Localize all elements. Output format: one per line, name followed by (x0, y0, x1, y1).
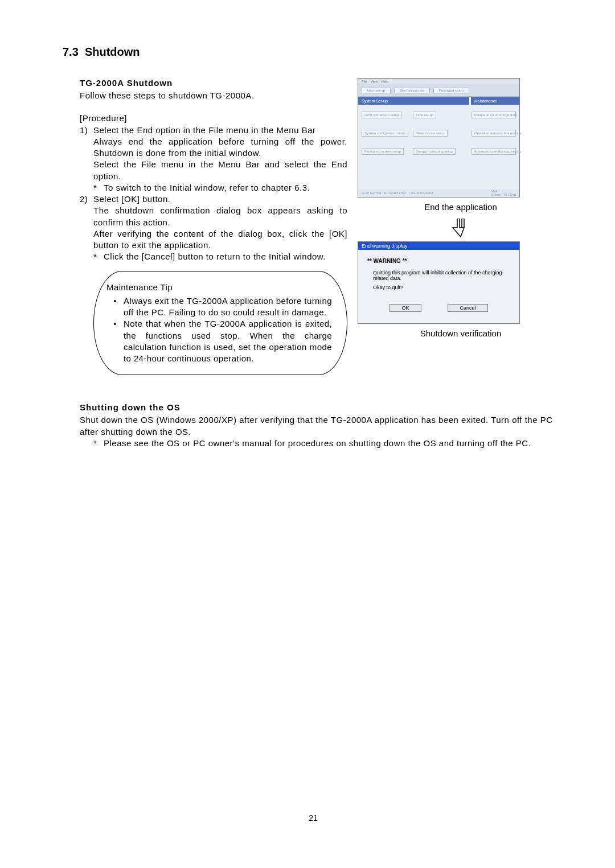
down-arrow-icon (358, 219, 564, 238)
step1-body-b: Select the File menu in the Menu Bar and… (93, 159, 347, 182)
os-note: Please see the OS or PC owner's manual f… (104, 438, 564, 449)
step2-body-a: The shutdown confirmation dialog box app… (93, 205, 347, 228)
dialog-titlebar: End warning display (358, 242, 519, 250)
tip-item-2: Note that when the TG-2000A application … (124, 318, 332, 364)
step1-number: 1) (80, 125, 93, 136)
cell-time[interactable]: Time set-up (413, 112, 436, 118)
step2-number: 2) (80, 194, 93, 205)
cancel-button[interactable]: Cancel (448, 304, 487, 312)
cell-maint3[interactable]: Advanced operation log setting (472, 148, 516, 155)
page-number: 21 (63, 813, 564, 822)
tg-shutdown-heading: TG-2000A Shutdown (80, 78, 347, 88)
bullet-icon: • (106, 295, 124, 319)
os-line1: Shut down the OS (Windows 2000/XP) after… (80, 414, 564, 438)
step2-note: Click the [Cancel] button to return to t… (104, 251, 347, 262)
cell-sysconfig[interactable]: System configuration setup (362, 130, 408, 137)
status-hint: Select File | End (491, 193, 516, 196)
status-whm: No WHM error (384, 191, 406, 195)
section-number: 7.3 (63, 46, 79, 58)
step2-title: Select [OK] button. (93, 194, 347, 205)
figure2-caption: Shutdown verification (358, 328, 564, 338)
step2-note-star: * (93, 251, 104, 262)
cell-energy[interactable]: Energy monitoring setup (413, 148, 456, 155)
dialog-warning: ** WARNING ** (367, 258, 510, 264)
figure-shutdown-dialog: End warning display ** WARNING ** Quitti… (358, 241, 520, 324)
btn-user-setup[interactable]: User set-up (362, 88, 391, 93)
tip-title: Maintenance Tip (106, 282, 332, 293)
os-heading: Shutting down the OS (80, 402, 564, 412)
btn-password-setup[interactable]: Password setup (433, 88, 469, 93)
procedure-label: [Procedure] (80, 113, 347, 124)
tip-item-1: Always exit the TG-2000A application bef… (124, 295, 332, 319)
menu-view[interactable]: View (371, 80, 378, 83)
step1-note: To switch to the Initial window, refer t… (104, 182, 347, 194)
menu-help[interactable]: Help (382, 80, 388, 83)
section-header-left: System Set-up (358, 97, 469, 105)
step1-body-a: Always end the application before turnin… (93, 136, 347, 159)
section-name: Shutdown (85, 46, 140, 58)
section-header-right: Maintenance (471, 97, 519, 105)
maintenance-tip-box: Maintenance Tip •Always exit the TG-2000… (93, 271, 347, 376)
step2-body-b: After verifying the content of the dialo… (93, 228, 347, 252)
cell-meter[interactable]: Meter / costs setup (413, 130, 448, 137)
status-whm2: | WHM Installed (409, 191, 433, 195)
step1-note-star: * (93, 182, 104, 194)
section-title: 7.3 Shutdown (63, 46, 564, 59)
dialog-msg1: Quitting this program will inhibit colle… (373, 270, 510, 281)
cell-maint2[interactable]: Operation amount data monitor (472, 130, 516, 137)
cell-maint1[interactable]: Maintenance or charge data (472, 112, 516, 118)
bullet-icon: • (106, 318, 124, 364)
menu-file[interactable]: File (362, 80, 367, 83)
cell-g50[interactable]: G-50 connection setup (362, 112, 401, 118)
tg-intro: Follow these steps to shutdown TG-2000A. (80, 90, 347, 101)
figure-initial-window: File View Help User set-up Site forecast… (358, 78, 520, 198)
ok-button[interactable]: OK (390, 304, 421, 312)
btn-site-forecast[interactable]: Site forecast set (394, 88, 430, 93)
os-note-star: * (93, 438, 104, 449)
dialog-msg2: Okay to quit? (373, 285, 510, 290)
figure1-caption: End the application (358, 202, 564, 212)
cell-monitor[interactable]: Monitoring screen setup (362, 148, 404, 155)
status-g50: G-50 Normal (362, 191, 381, 195)
step1-title: Select the End option in the File menu i… (93, 125, 347, 136)
